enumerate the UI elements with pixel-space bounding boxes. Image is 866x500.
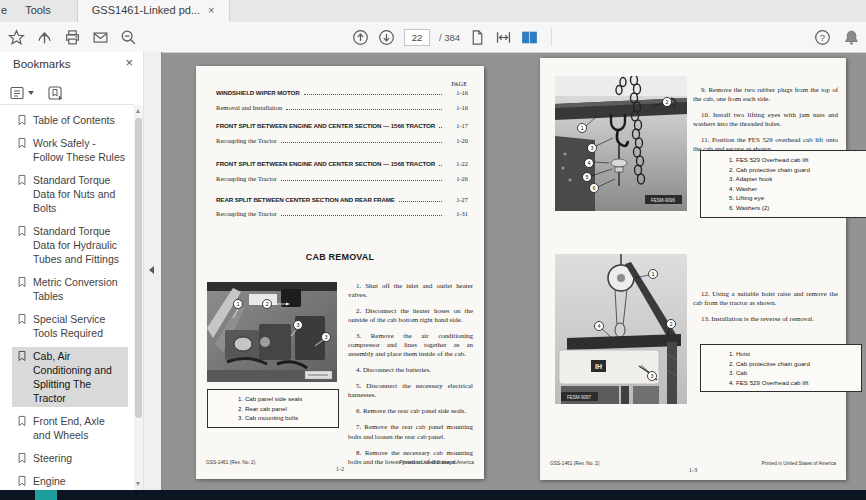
toc-row: REAR SPLIT BETWEEN CENTER SECTION AND RE… bbox=[216, 196, 468, 203]
close-tab-icon[interactable]: × bbox=[208, 5, 214, 16]
step-paragraph: 1. Shut off the inlet and outlet heater … bbox=[348, 281, 473, 299]
bookmarks-header: Bookmarks × bbox=[0, 52, 143, 78]
print-icon[interactable] bbox=[64, 29, 81, 46]
bookmark-item[interactable]: Standard Torque Data for Nuts and Bolts bbox=[12, 171, 128, 217]
legend-item: 2. Rear cab panel bbox=[238, 404, 336, 414]
bookmark-item[interactable]: Steering bbox=[12, 449, 128, 467]
toc-leader bbox=[281, 142, 442, 143]
toc-pageno: 1-20 bbox=[446, 137, 468, 144]
toolbar-right-group: ? bbox=[814, 22, 860, 52]
bookmarks-title: Bookmarks bbox=[13, 58, 71, 70]
legend-item: 4. FES 529 Overhead cab lift bbox=[729, 378, 859, 388]
find-current-bookmark-button[interactable] bbox=[48, 86, 64, 101]
toc-pageno: 1-22 bbox=[446, 160, 468, 167]
toc-label: Recoupling the Tractor bbox=[216, 210, 277, 217]
scroll-down-icon[interactable] bbox=[136, 482, 140, 486]
bookmark-label: Table of Contents bbox=[33, 113, 115, 127]
scroll-up-icon[interactable] bbox=[136, 109, 140, 113]
callout-number: 5 bbox=[585, 174, 588, 180]
callout-number: 2 bbox=[665, 99, 668, 105]
cab-hoist-photo: IH 1 4 2 3 FESM-9097 bbox=[555, 254, 687, 404]
bookmark-item[interactable]: Front End, Axle and Wheels bbox=[12, 412, 128, 444]
toc-leader bbox=[286, 109, 442, 110]
sidebar-scrollbar[interactable] bbox=[134, 105, 143, 490]
hoist-legend-box: 1. Hoist 2. Cab protective chain guard 3… bbox=[700, 344, 862, 392]
legend-item: 1. Cab panel side seals bbox=[238, 394, 336, 404]
bookmark-item[interactable]: Standard Torque Data for Hydraulic Tubes… bbox=[12, 222, 128, 268]
fit-width-icon[interactable] bbox=[495, 29, 512, 46]
bookmark-item[interactable]: Metric Conversion Tables bbox=[12, 273, 128, 305]
page-number-input[interactable] bbox=[404, 29, 430, 46]
legend-item: 2. Cab protective chain guard bbox=[729, 165, 865, 175]
toc-leader bbox=[439, 165, 442, 166]
legend-item: 1. Hoist bbox=[729, 349, 859, 359]
previous-page-icon[interactable] bbox=[352, 29, 369, 46]
toc-leader bbox=[281, 180, 442, 181]
email-icon[interactable] bbox=[92, 29, 109, 46]
step-paragraph: 5. Disconnect the necessary electrical h… bbox=[348, 381, 473, 399]
share-upload-icon[interactable] bbox=[36, 29, 53, 46]
taskbar-edge bbox=[0, 490, 866, 500]
legend-item: 2. Cab protective chain guard bbox=[729, 359, 859, 369]
toolbar-divider bbox=[551, 28, 552, 46]
toc-label: Recoupling the Tractor bbox=[216, 175, 277, 182]
toc-row: Recoupling the Tractor 1-26 bbox=[216, 175, 468, 182]
table-of-contents: PAGE WINDSHIELD WIPER MOTOR 1-16 Removal… bbox=[216, 80, 468, 217]
step-paragraph: 6. Remove the rear cab panel side seals. bbox=[348, 406, 473, 415]
photo-id-text: FESM-9097 bbox=[567, 395, 592, 400]
tab-document[interactable]: GSS1461-Linked pd... × bbox=[77, 0, 230, 22]
legend-item: 6. Washers (2) bbox=[729, 203, 865, 213]
bookmark-flag-icon bbox=[17, 350, 27, 362]
close-panel-icon[interactable]: × bbox=[125, 56, 133, 70]
svg-text:IH: IH bbox=[595, 363, 602, 370]
callout-2: 2 bbox=[667, 320, 676, 329]
bookmark-flag-icon bbox=[17, 415, 27, 427]
callout-number: 3 bbox=[324, 334, 327, 340]
callout-number: 6 bbox=[592, 185, 595, 191]
bookmark-flag-icon bbox=[17, 313, 27, 325]
legend-item: 5. Lifting eye bbox=[729, 193, 865, 203]
page-footer: GSS-1461 (Rev. No. 2) 1-3 Printed in Uni… bbox=[550, 461, 836, 475]
bookmark-item[interactable]: Special Service Tools Required bbox=[12, 310, 128, 342]
tab-tools[interactable]: Tools bbox=[11, 0, 65, 22]
footer-printed-note: Printed in United States of America bbox=[762, 461, 836, 466]
callout-4: 4 bbox=[595, 322, 604, 331]
step-paragraph: 4. Disconnect the batteries. bbox=[348, 365, 473, 374]
bookmark-item[interactable]: Work Safely - Follow These Rules bbox=[12, 134, 128, 166]
bookmark-options-button[interactable] bbox=[10, 86, 34, 100]
legend-item: 4. Washer bbox=[729, 184, 865, 194]
callout-number: 3 bbox=[296, 322, 299, 328]
bookmark-flag-icon bbox=[17, 225, 27, 237]
footer-printed-note: Printed in United States of America bbox=[400, 460, 474, 465]
bookmark-item-selected[interactable]: Cab, Air Conditioning and Splitting The … bbox=[12, 347, 128, 407]
steps-12-13: 12. Using a suitable hoist raise and rem… bbox=[693, 282, 838, 328]
star-icon[interactable] bbox=[8, 29, 25, 46]
toc-label: WINDSHIELD WIPER MOTOR bbox=[216, 89, 300, 96]
callout-1: 1 bbox=[649, 270, 658, 279]
bookmark-flag-icon bbox=[17, 137, 27, 149]
toc-leader bbox=[439, 127, 442, 128]
next-page-icon[interactable] bbox=[378, 29, 395, 46]
bookmark-item[interactable]: Engine bbox=[12, 472, 128, 490]
toc-pageno: 1-26 bbox=[446, 175, 468, 182]
toc-label: Removal and Installation bbox=[216, 104, 282, 111]
callout-2: 2 bbox=[663, 98, 672, 107]
callout-number: 1 bbox=[236, 301, 239, 307]
panel-splitter[interactable] bbox=[143, 52, 162, 490]
collapse-panel-icon[interactable] bbox=[149, 266, 154, 274]
single-page-view-icon[interactable] bbox=[469, 29, 486, 46]
tab-home-partial[interactable]: e bbox=[0, 0, 11, 22]
bookmark-item[interactable]: Table of Contents bbox=[12, 111, 128, 129]
bookmark-flag-icon bbox=[17, 174, 27, 186]
two-page-view-icon[interactable] bbox=[521, 29, 538, 46]
tab-bar: e Tools GSS1461-Linked pd... × bbox=[0, 0, 866, 23]
notifications-bell-icon[interactable] bbox=[843, 29, 860, 46]
zoom-out-icon[interactable] bbox=[120, 29, 137, 46]
callout-1: 1 bbox=[234, 300, 243, 309]
step-paragraph: 10. Install two lifting eyes with jam nu… bbox=[693, 110, 838, 128]
scrollbar-thumb[interactable] bbox=[135, 118, 142, 418]
section-title: CAB REMOVAL bbox=[196, 252, 484, 262]
cab-figure-column: 1 2 3 3 1. Cab panel side seals 2. Rear … bbox=[207, 282, 339, 428]
help-icon[interactable]: ? bbox=[814, 29, 831, 46]
callout-2: 2 bbox=[263, 300, 272, 309]
